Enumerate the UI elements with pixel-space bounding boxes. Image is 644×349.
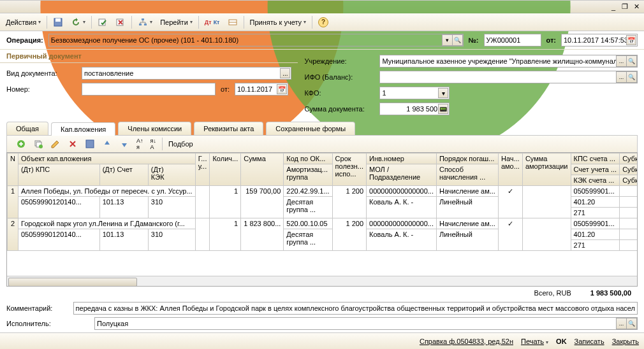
- col-subk[interactable]: Субк: [620, 153, 637, 164]
- unpost-icon[interactable]: [112, 15, 129, 29]
- doc-type-input[interactable]: постановление...: [82, 67, 291, 80]
- col-inv[interactable]: Инв.номер: [367, 153, 437, 164]
- number-input[interactable]: [82, 83, 216, 96]
- tab-general[interactable]: Общая: [6, 122, 48, 135]
- tab-saved[interactable]: Сохраненные формы: [266, 122, 355, 135]
- executor-label: Исполнитель:: [6, 320, 89, 327]
- col-kps[interactable]: КПС счета ...: [571, 153, 620, 164]
- col-schetu[interactable]: Счет учета ...: [571, 164, 620, 175]
- svg-rect-7: [139, 24, 142, 25]
- col-g[interactable]: Г... у...: [195, 153, 210, 186]
- goto-menu[interactable]: Перейти ▾: [157, 15, 196, 29]
- accept-menu[interactable]: Принять к учету ▾: [247, 15, 310, 29]
- up-icon[interactable]: [99, 138, 115, 150]
- close-button[interactable]: ✕: [631, 3, 641, 11]
- delete-icon[interactable]: [65, 138, 80, 150]
- ok-button[interactable]: OK: [556, 338, 567, 345]
- col-kod[interactable]: Код по ОК...: [284, 153, 332, 164]
- doc-number-input[interactable]: УЖ000001: [484, 34, 541, 46]
- save-grid-icon[interactable]: [82, 138, 98, 150]
- ifo-label: ИФО (Баланс):: [304, 73, 374, 81]
- calendar-icon[interactable]: 📅: [626, 35, 636, 45]
- close-footer-button[interactable]: Закрыть: [612, 338, 639, 345]
- help-button[interactable]: ?: [315, 15, 332, 29]
- table-row[interactable]: 2Городской парк угол ул.Ленина и Г.Даман…: [8, 218, 638, 229]
- down-icon[interactable]: [117, 138, 132, 150]
- col-por[interactable]: Порядок погаш...: [436, 153, 498, 164]
- number-label: Номер:: [6, 85, 77, 93]
- col-dtschet[interactable]: (Дт) Счет: [99, 164, 148, 186]
- kfo-dropdown[interactable]: ▾: [438, 88, 448, 98]
- dtkt-icon[interactable]: ДтКт: [201, 15, 223, 29]
- col-sum[interactable]: Сумма: [241, 153, 284, 186]
- svg-rect-14: [86, 140, 94, 148]
- number-date-label: от:: [221, 85, 230, 93]
- tab-kap[interactable]: Кап.вложения: [51, 122, 115, 136]
- select-button[interactable]: Подбор: [166, 138, 196, 150]
- date-label: от:: [546, 36, 557, 44]
- sum-input[interactable]: 1 983 500,00📟: [379, 103, 450, 115]
- tab-members[interactable]: Члены комиссии: [118, 122, 191, 135]
- comment-label: Комментарий:: [6, 304, 68, 312]
- total-row: Всего, RUB 1 983 500,00: [0, 287, 644, 299]
- col-sposob[interactable]: Способ начисления ...: [436, 164, 498, 186]
- tab-requisites[interactable]: Реквизиты акта: [194, 122, 263, 135]
- uchr-search[interactable]: 🔍: [626, 55, 637, 67]
- sort-asc-icon[interactable]: A↑я: [134, 138, 146, 150]
- doc-type-select[interactable]: ...: [280, 68, 290, 78]
- col-subk3[interactable]: Субк: [620, 175, 637, 186]
- dtkt-red-icon[interactable]: [224, 15, 241, 29]
- edit-icon[interactable]: [48, 138, 63, 150]
- copy-icon[interactable]: [31, 138, 46, 150]
- actions-menu[interactable]: Действия ▾: [3, 15, 44, 29]
- kfo-label: КФО:: [304, 89, 374, 97]
- col-srok[interactable]: Срок полезн... испо...: [332, 153, 366, 186]
- svg-rect-6: [142, 18, 144, 20]
- structure-icon[interactable]: ▾: [135, 15, 156, 29]
- uchr-select[interactable]: ...: [616, 55, 627, 67]
- col-dtkek[interactable]: (Дт) КЭК: [148, 164, 195, 186]
- executor-search[interactable]: 🔍: [626, 318, 637, 329]
- col-obj[interactable]: Объект кап.вложения: [18, 153, 195, 164]
- col-suma[interactable]: Сумма амортизации: [522, 153, 571, 186]
- save-icon[interactable]: [50, 15, 66, 29]
- executor-input[interactable]: Полуцкая...🔍: [94, 317, 638, 330]
- print-menu[interactable]: Печать ▾: [521, 338, 548, 345]
- maximize-button[interactable]: ❐: [620, 3, 630, 11]
- col-dtkps[interactable]: (Дт) КПС: [18, 164, 99, 186]
- horizontal-scrollbar[interactable]: [7, 276, 637, 286]
- post-icon[interactable]: [94, 15, 111, 29]
- minimize-button[interactable]: _: [608, 3, 618, 11]
- col-kol[interactable]: Колич...: [210, 153, 241, 186]
- calculator-icon[interactable]: 📟: [438, 104, 448, 114]
- ifo-input[interactable]: ...🔍: [379, 71, 638, 83]
- operation-label: Операция:: [6, 36, 43, 44]
- table-row[interactable]: 1Аллея Победы, ул. Победы от пересеч. с …: [8, 186, 638, 197]
- number-date-input[interactable]: 10.11.2017📅: [235, 83, 288, 96]
- kfo-input[interactable]: 1▾: [379, 87, 450, 99]
- col-nach[interactable]: Нач... амо...: [498, 153, 522, 186]
- num-label: №:: [469, 36, 479, 44]
- col-amort[interactable]: Амортизац... группа: [284, 164, 332, 186]
- save-button[interactable]: Записать: [574, 338, 604, 345]
- col-subk2[interactable]: Субк: [620, 164, 637, 175]
- operation-search[interactable]: 🔍: [452, 34, 463, 46]
- refresh-icon[interactable]: ▾: [68, 15, 89, 29]
- total-sum: 1 983 500,00: [590, 289, 631, 297]
- executor-select[interactable]: ...: [616, 318, 627, 329]
- operation-dropdown[interactable]: ▾: [442, 34, 453, 46]
- ifo-select[interactable]: ...: [616, 71, 627, 83]
- uchr-input[interactable]: Муниципальное казенное учреждение "Управ…: [379, 55, 638, 68]
- col-mol[interactable]: МОЛ / Подразделение: [367, 164, 437, 186]
- ifo-search[interactable]: 🔍: [626, 71, 637, 83]
- comment-input[interactable]: передача с казны в ЖКХ: Аллея Победы и Г…: [73, 302, 638, 315]
- col-kek[interactable]: КЭК счета ...: [571, 175, 620, 186]
- doc-date-input[interactable]: 10.11.2017 14:57:53📅: [561, 34, 638, 46]
- col-n[interactable]: N: [8, 153, 18, 186]
- operation-input[interactable]: Безвозмездное получение ОС (прочее) (101…: [48, 34, 464, 46]
- sort-desc-icon[interactable]: я↓A: [148, 138, 159, 150]
- add-icon[interactable]: [13, 138, 29, 150]
- reference-link[interactable]: Справка ф.0504833, ред.52н: [420, 338, 513, 345]
- calendar-icon[interactable]: 📅: [277, 84, 287, 94]
- primary-doc-header: Первичный документ: [0, 50, 298, 63]
